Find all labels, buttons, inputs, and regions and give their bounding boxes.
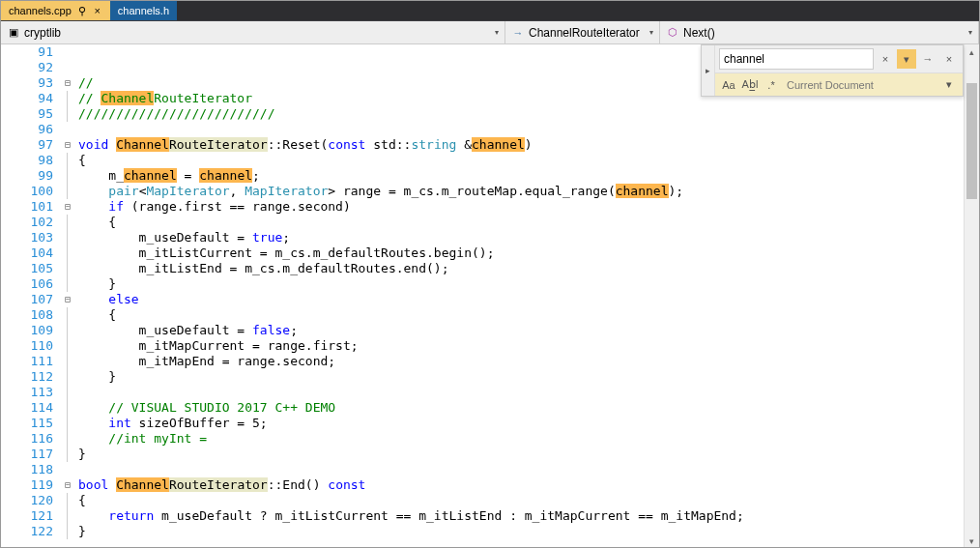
scroll-down-icon[interactable]: ▾	[965, 534, 979, 548]
tab-label: channels.cpp	[9, 5, 72, 16]
fold-guide	[67, 369, 76, 385]
scroll-thumb[interactable]	[966, 83, 977, 199]
code-line[interactable]: }	[78, 447, 964, 462]
tab-channels-h[interactable]: channels.h	[110, 1, 177, 20]
fold-toggle-icon[interactable]: ⊟	[59, 477, 76, 493]
line-number: 108	[16, 307, 53, 323]
code-line[interactable]: m_itListEnd = m_cs.m_defaultRoutes.end()…	[78, 261, 964, 276]
find-input[interactable]	[719, 48, 874, 70]
code-line[interactable]: int sizeOfBuffer = 5;	[78, 416, 964, 431]
line-number: 114	[16, 400, 53, 416]
fold-guide	[67, 91, 76, 106]
line-number: 116	[16, 431, 53, 447]
class-dropdown[interactable]: → ChannelRouteIterator ▾	[505, 21, 660, 43]
fold-guide	[67, 106, 76, 122]
scope-label: cryptlib	[24, 26, 61, 40]
find-history-dropdown[interactable]: ▾	[897, 49, 916, 69]
fold-empty	[59, 462, 76, 477]
code-line[interactable]	[78, 122, 964, 137]
code-area[interactable]: //// ChannelRouteIterator///////////////…	[76, 44, 964, 548]
chevron-down-icon: ▾	[649, 28, 653, 37]
expand-replace-toggle[interactable]: ▸	[702, 45, 715, 96]
close-icon[interactable]: ×	[93, 5, 102, 16]
line-number: 97	[16, 137, 53, 153]
code-line[interactable]: //////////////////////////	[78, 106, 964, 122]
line-number: 117	[16, 447, 53, 462]
fold-guide	[67, 261, 76, 276]
fold-guide	[67, 230, 76, 245]
pin-icon[interactable]: ⚲	[77, 5, 87, 17]
line-number: 100	[16, 184, 53, 199]
member-label: Next()	[683, 26, 715, 40]
fold-toggle-icon[interactable]: ⊟	[59, 137, 76, 153]
find-scope-dropdown[interactable]: ▾	[939, 75, 959, 95]
fold-guide	[67, 338, 76, 354]
fold-toggle-icon[interactable]: ⊟	[59, 75, 76, 91]
code-line[interactable]: return m_useDefault ? m_itListCurrent ==…	[78, 508, 964, 524]
code-line[interactable]: {	[78, 153, 964, 168]
code-line[interactable]: }	[78, 524, 964, 539]
line-number: 119	[16, 477, 53, 493]
clear-find-icon[interactable]: ×	[876, 49, 895, 69]
match-case-toggle[interactable]: Aa	[719, 75, 738, 95]
code-line[interactable]: m_useDefault = false;	[78, 323, 964, 338]
code-line[interactable]: {	[78, 493, 964, 508]
code-line[interactable]: {	[78, 307, 964, 323]
code-line[interactable]: void ChannelRouteIterator::Reset(const s…	[78, 137, 964, 153]
code-line[interactable]: // VISUAL STUDIO 2017 C++ DEMO	[78, 400, 964, 416]
fold-guide	[67, 385, 76, 400]
fold-guide	[67, 400, 76, 416]
indicator-margin	[1, 44, 16, 548]
outlining-margin: ⊟⊟⊟⊟⊟	[59, 44, 76, 548]
line-number: 103	[16, 230, 53, 245]
fold-guide	[67, 276, 76, 292]
line-number: 92	[16, 60, 53, 75]
member-dropdown[interactable]: ⬡ Next() ▾	[660, 21, 979, 43]
scroll-up-icon[interactable]: ▴	[965, 44, 979, 60]
fold-guide	[67, 354, 76, 369]
fold-guide	[67, 215, 76, 230]
method-icon: ⬡	[666, 26, 679, 40]
class-icon: →	[511, 26, 525, 40]
code-line[interactable]: //int myInt =	[78, 431, 964, 447]
code-line[interactable]	[78, 462, 964, 477]
fold-toggle-icon[interactable]: ⊟	[59, 199, 76, 215]
fold-guide	[67, 307, 76, 323]
find-next-icon[interactable]: →	[918, 49, 937, 69]
line-number: 102	[16, 215, 53, 230]
line-number: 99	[16, 168, 53, 184]
scope-dropdown[interactable]: ▣ cryptlib ▾	[1, 21, 505, 43]
class-label: ChannelRouteIterator	[529, 26, 640, 40]
line-number: 111	[16, 354, 53, 369]
line-number: 118	[16, 462, 53, 477]
code-line[interactable]	[78, 385, 964, 400]
code-line[interactable]: pair<MapIterator, MapIterator> range = m…	[78, 184, 964, 199]
code-line[interactable]: m_channel = channel;	[78, 168, 964, 184]
line-number: 110	[16, 338, 53, 354]
whole-word-toggle[interactable]: Ab̲l	[740, 75, 760, 95]
code-line[interactable]: {	[78, 215, 964, 230]
line-number: 95	[16, 106, 53, 122]
close-find-icon[interactable]: ×	[939, 49, 959, 69]
line-number: 121	[16, 508, 53, 524]
code-line[interactable]: }	[78, 276, 964, 292]
code-line[interactable]: else	[78, 292, 964, 307]
line-number: 112	[16, 369, 53, 385]
tab-channels-cpp[interactable]: channels.cpp ⚲ ×	[1, 1, 110, 20]
tab-strip: channels.cpp ⚲ × channels.h	[1, 1, 979, 21]
code-line[interactable]: m_itListCurrent = m_cs.m_defaultRoutes.b…	[78, 245, 964, 261]
chevron-down-icon: ▾	[495, 28, 499, 37]
code-line[interactable]: m_itMapCurrent = range.first;	[78, 338, 964, 354]
fold-empty	[59, 122, 76, 137]
code-line[interactable]: bool ChannelRouteIterator::End() const	[78, 477, 964, 493]
code-line[interactable]: m_itMapEnd = range.second;	[78, 354, 964, 369]
fold-toggle-icon[interactable]: ⊟	[59, 292, 76, 307]
line-number: 106	[16, 276, 53, 292]
code-line[interactable]: }	[78, 369, 964, 385]
vertical-scrollbar[interactable]: ▴ ▾	[964, 44, 979, 548]
regex-toggle[interactable]: .*	[762, 75, 781, 95]
fold-guide	[67, 447, 76, 462]
code-line[interactable]: m_useDefault = true;	[78, 230, 964, 245]
line-number: 115	[16, 416, 53, 431]
code-line[interactable]: if (range.first == range.second)	[78, 199, 964, 215]
